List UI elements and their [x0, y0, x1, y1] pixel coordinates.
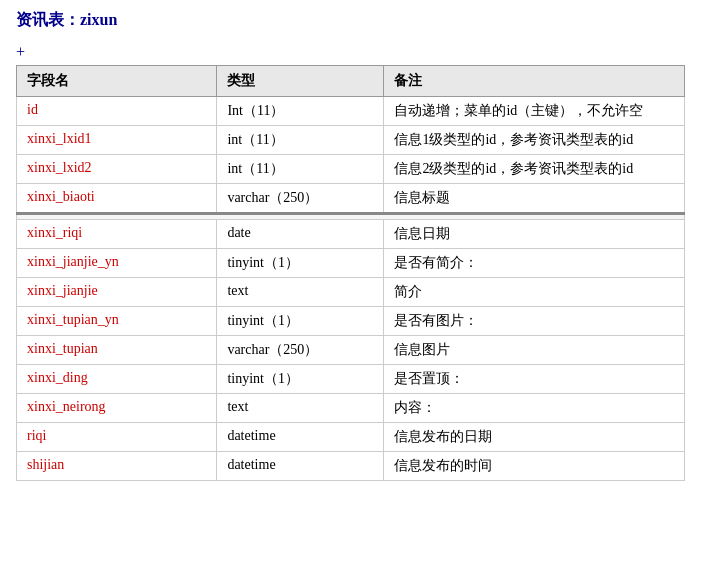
cell-note: 是否有图片： — [384, 307, 685, 336]
cell-note: 信息标题 — [384, 184, 685, 214]
table-row: xinxi_tupian_yn tinyint（1） 是否有图片： — [17, 307, 685, 336]
cell-field: xinxi_tupian_yn — [17, 307, 217, 336]
cell-type: Int（11） — [217, 97, 384, 126]
cell-type: text — [217, 278, 384, 307]
cell-type: int（11） — [217, 126, 384, 155]
page-title: 资讯表：zixun — [16, 10, 685, 31]
cell-note: 信息2级类型的id，参考资讯类型表的id — [384, 155, 685, 184]
cell-note: 信息日期 — [384, 220, 685, 249]
cell-type: tinyint（1） — [217, 365, 384, 394]
table-row: xinxi_neirong text 内容： — [17, 394, 685, 423]
cell-note: 自动递增；菜单的id（主键），不允许空 — [384, 97, 685, 126]
cell-note: 信息发布的日期 — [384, 423, 685, 452]
col-header-type: 类型 — [217, 66, 384, 97]
table-row: shijian datetime 信息发布的时间 — [17, 452, 685, 481]
cell-field: xinxi_riqi — [17, 220, 217, 249]
add-icon[interactable]: + — [16, 43, 25, 61]
table-row: xinxi_jianjie_yn tinyint（1） 是否有简介： — [17, 249, 685, 278]
cell-note: 是否置顶： — [384, 365, 685, 394]
table-row: xinxi_lxid2 int（11） 信息2级类型的id，参考资讯类型表的id — [17, 155, 685, 184]
table-row: riqi datetime 信息发布的日期 — [17, 423, 685, 452]
table-row: xinxi_ding tinyint（1） 是否置顶： — [17, 365, 685, 394]
cell-type: datetime — [217, 423, 384, 452]
table-row: xinxi_lxid1 int（11） 信息1级类型的id，参考资讯类型表的id — [17, 126, 685, 155]
cell-type: text — [217, 394, 384, 423]
cell-type: int（11） — [217, 155, 384, 184]
cell-field: xinxi_lxid2 — [17, 155, 217, 184]
cell-note: 信息发布的时间 — [384, 452, 685, 481]
cell-note: 简介 — [384, 278, 685, 307]
table-row: xinxi_riqi date 信息日期 — [17, 220, 685, 249]
cell-field: xinxi_lxid1 — [17, 126, 217, 155]
col-header-note: 备注 — [384, 66, 685, 97]
cell-type: tinyint（1） — [217, 307, 384, 336]
cell-field: shijian — [17, 452, 217, 481]
cell-field: xinxi_tupian — [17, 336, 217, 365]
cell-type: varchar（250） — [217, 184, 384, 214]
cell-field: xinxi_ding — [17, 365, 217, 394]
cell-note: 是否有简介： — [384, 249, 685, 278]
cell-note: 信息1级类型的id，参考资讯类型表的id — [384, 126, 685, 155]
table-row: xinxi_tupian varchar（250） 信息图片 — [17, 336, 685, 365]
table-row: xinxi_jianjie text 简介 — [17, 278, 685, 307]
cell-note: 内容： — [384, 394, 685, 423]
cell-field: xinxi_jianjie — [17, 278, 217, 307]
cell-field: xinxi_neirong — [17, 394, 217, 423]
cell-field: xinxi_biaoti — [17, 184, 217, 214]
cell-type: datetime — [217, 452, 384, 481]
table-row: id Int（11） 自动递增；菜单的id（主键），不允许空 — [17, 97, 685, 126]
cell-field: xinxi_jianjie_yn — [17, 249, 217, 278]
cell-type: date — [217, 220, 384, 249]
cell-field: id — [17, 97, 217, 126]
cell-field: riqi — [17, 423, 217, 452]
cell-type: varchar（250） — [217, 336, 384, 365]
table-row: xinxi_biaoti varchar（250） 信息标题 — [17, 184, 685, 214]
col-header-field: 字段名 — [17, 66, 217, 97]
cell-type: tinyint（1） — [217, 249, 384, 278]
cell-note: 信息图片 — [384, 336, 685, 365]
